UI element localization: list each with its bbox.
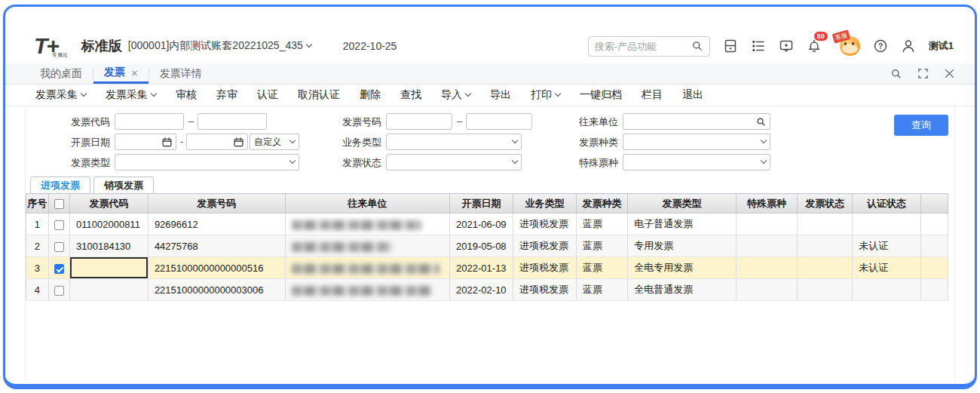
- row-checkbox-cell[interactable]: [48, 235, 69, 257]
- invoice-date-to-input[interactable]: [186, 134, 248, 150]
- cell-invoice-type[interactable]: 全电普通发票: [628, 279, 737, 301]
- cell-invoice-type[interactable]: 专用发票: [628, 235, 737, 257]
- search-icon[interactable]: [890, 68, 902, 80]
- partner-input[interactable]: [623, 113, 770, 130]
- row-checkbox-cell[interactable]: [48, 257, 69, 279]
- toolbar-invoice-collect-1[interactable]: 发票采集: [35, 88, 86, 102]
- cell-invoice-status[interactable]: [798, 279, 853, 301]
- cell-auth-status[interactable]: [853, 279, 921, 301]
- workbench-button[interactable]: [723, 38, 738, 54]
- toolbar-exit[interactable]: 退出: [682, 88, 703, 102]
- toolbar-one-key-archive[interactable]: 一键归档: [580, 88, 622, 102]
- cell-special-type[interactable]: [736, 235, 798, 257]
- toolbar-find[interactable]: 查找: [400, 88, 421, 102]
- row-checkbox[interactable]: [54, 264, 64, 274]
- close-tab-icon[interactable]: ×: [131, 66, 138, 79]
- service-mascot[interactable]: 客服: [835, 35, 860, 57]
- toolbar-columns[interactable]: 栏目: [642, 88, 663, 102]
- tab-invoice[interactable]: 发票×: [93, 63, 149, 84]
- toolbar-invoice-collect-2[interactable]: 发票采集: [106, 88, 156, 102]
- user-button[interactable]: [901, 38, 916, 54]
- toolbar-unaudit[interactable]: 弃审: [216, 88, 237, 102]
- cell-business-type[interactable]: 进项税发票: [513, 235, 577, 257]
- table-row[interactable]: 3221510000000000005162022-01-13进项税发票蓝票全电…: [26, 257, 948, 279]
- subtab-output-invoice[interactable]: 销项发票: [93, 177, 154, 193]
- browse-search-icon[interactable]: [756, 117, 766, 127]
- cell-invoice-date[interactable]: 2022-02-10: [450, 279, 513, 301]
- search-icon[interactable]: [691, 40, 703, 52]
- cell-invoice-type[interactable]: 电子普通发票: [628, 213, 737, 235]
- toolbar-delete[interactable]: 删除: [360, 88, 381, 102]
- cell-partner[interactable]: [285, 235, 449, 257]
- cell-auth-status[interactable]: [853, 213, 921, 235]
- cell-invoice-code[interactable]: [70, 279, 149, 301]
- cell-special-type[interactable]: [736, 279, 798, 301]
- row-checkbox-cell[interactable]: [48, 279, 69, 301]
- business-type-select[interactable]: [386, 134, 522, 150]
- subtab-input-invoice[interactable]: 进项发票: [30, 177, 90, 193]
- header-checkbox[interactable]: [54, 199, 64, 209]
- invoice-date-from-input[interactable]: [115, 134, 176, 150]
- search-input[interactable]: [595, 41, 691, 52]
- table-row[interactable]: 1011002000811926966122021-06-09进项税发票蓝票电子…: [26, 213, 948, 235]
- cell-invoice-date[interactable]: 2019-05-08: [450, 235, 513, 257]
- cell-invoice-number[interactable]: 22151000000000000516: [148, 257, 285, 279]
- cell-invoice-code[interactable]: 3100184130: [70, 235, 149, 257]
- cell-invoice-date[interactable]: 2021-06-09: [450, 213, 513, 235]
- product-search[interactable]: [588, 36, 710, 57]
- cell-auth-status[interactable]: 未认证: [853, 257, 921, 279]
- tab-my-desktop[interactable]: 我的桌面: [29, 63, 93, 84]
- cell-invoice-type[interactable]: 全电专用发票: [628, 257, 737, 279]
- toolbar-cancel-certify[interactable]: 取消认证: [298, 88, 340, 102]
- cell-business-type[interactable]: 进项税发票: [513, 279, 577, 301]
- row-checkbox[interactable]: [54, 220, 64, 230]
- cell-invoice-kind[interactable]: 蓝票: [576, 213, 627, 235]
- cell-partner[interactable]: [285, 257, 449, 279]
- task-list-button[interactable]: [751, 38, 766, 54]
- invoice-kind-select[interactable]: [623, 134, 770, 150]
- table-row[interactable]: 4221510000000000030062022-02-10进项税发票蓝票全电…: [26, 279, 948, 301]
- invoice-number-from-input[interactable]: [386, 113, 452, 130]
- row-checkbox[interactable]: [54, 286, 64, 296]
- invoice-number-to-input[interactable]: [466, 113, 532, 130]
- row-checkbox[interactable]: [54, 242, 64, 252]
- invoice-status-select[interactable]: [386, 154, 522, 170]
- cell-auth-status[interactable]: 未认证: [853, 235, 921, 257]
- cell-invoice-code[interactable]: 011002000811: [70, 213, 149, 235]
- cell-invoice-code[interactable]: [70, 257, 149, 279]
- account-selector[interactable]: [000001]内部测试账套20221025_435: [128, 39, 311, 53]
- invoice-type-select[interactable]: [115, 154, 299, 170]
- invoice-code-from-input[interactable]: [115, 113, 184, 130]
- cell-invoice-number[interactable]: 22151000000000003006: [148, 279, 285, 301]
- cell-partner[interactable]: [285, 213, 449, 235]
- toolbar-import[interactable]: 导入: [441, 88, 470, 102]
- current-user[interactable]: 测试1: [929, 39, 954, 53]
- cell-invoice-number[interactable]: 92696612: [148, 213, 285, 235]
- cell-business-type[interactable]: 进项税发票: [513, 257, 577, 279]
- cell-invoice-status[interactable]: [798, 213, 853, 235]
- col-select[interactable]: [48, 194, 69, 213]
- notification-button[interactable]: 50: [807, 38, 822, 54]
- toolbar-print[interactable]: 打印: [531, 88, 560, 102]
- cell-invoice-date[interactable]: 2022-01-13: [450, 257, 513, 279]
- message-button[interactable]: [779, 38, 794, 54]
- special-type-select[interactable]: [623, 154, 770, 170]
- toolbar-audit[interactable]: 审核: [176, 88, 197, 102]
- cell-business-type[interactable]: 进项税发票: [513, 213, 577, 235]
- cell-invoice-number[interactable]: 44275768: [148, 235, 285, 257]
- cell-invoice-status[interactable]: [798, 257, 853, 279]
- cell-invoice-kind[interactable]: 蓝票: [576, 279, 627, 301]
- cell-special-type[interactable]: [736, 257, 798, 279]
- cell-invoice-kind[interactable]: 蓝票: [576, 235, 627, 257]
- cell-invoice-kind[interactable]: 蓝票: [576, 257, 627, 279]
- toolbar-export[interactable]: 导出: [490, 88, 511, 102]
- help-button[interactable]: ?: [873, 38, 888, 54]
- tab-invoice-detail[interactable]: 发票详情: [149, 63, 213, 84]
- calendar-icon[interactable]: [234, 137, 243, 147]
- fullscreen-icon[interactable]: [917, 68, 929, 79]
- cell-invoice-status[interactable]: [798, 235, 853, 257]
- calendar-icon[interactable]: [162, 137, 172, 147]
- toolbar-certify[interactable]: 认证: [257, 88, 278, 102]
- cell-special-type[interactable]: [736, 213, 798, 235]
- row-checkbox-cell[interactable]: [48, 213, 69, 235]
